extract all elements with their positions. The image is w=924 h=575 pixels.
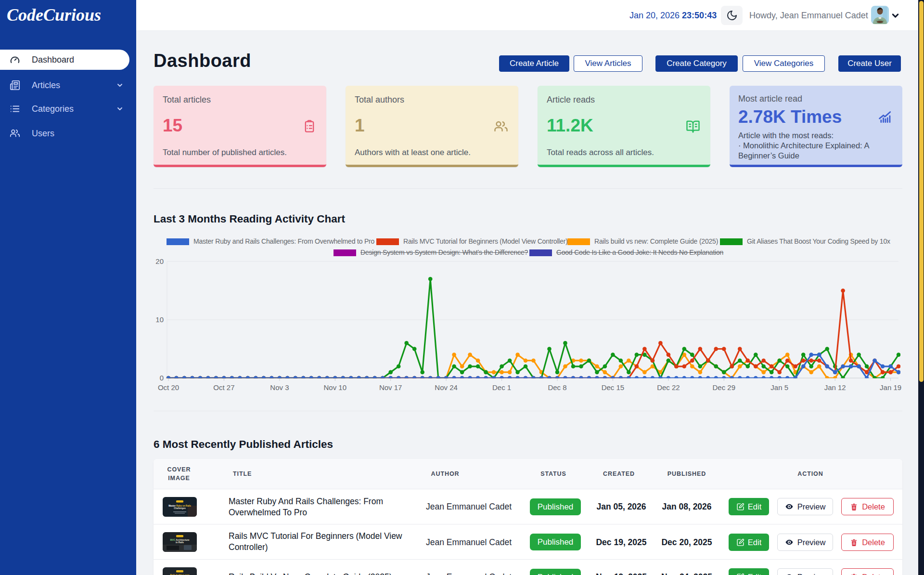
svg-text:Dec 8: Dec 8 (548, 383, 566, 392)
svg-text:Dec 1: Dec 1 (492, 383, 511, 392)
svg-text:Nov 24: Nov 24 (435, 383, 458, 392)
svg-text:Master Ruby on Rails: Master Ruby on Rails (168, 505, 191, 507)
svg-text:Nov 10: Nov 10 (324, 383, 347, 392)
svg-text:Dec 15: Dec 15 (602, 383, 625, 392)
svg-text:in Rails: in Rails (176, 541, 184, 544)
svg-text:Oct 20: Oct 20 (158, 383, 179, 392)
svg-text:Jan 19: Jan 19 (880, 383, 901, 392)
svg-text:MVC Architecture: MVC Architecture (170, 539, 189, 541)
svg-text:Nov 17: Nov 17 (379, 383, 402, 392)
svg-text:Nov 3: Nov 3 (270, 383, 289, 392)
svg-text:Jan 5: Jan 5 (770, 383, 788, 392)
svg-text:Challenges: Challenges (174, 507, 186, 510)
svg-text:Dec 22: Dec 22 (657, 383, 680, 392)
svg-text:Jan 12: Jan 12 (824, 383, 846, 392)
svg-text:0: 0 (160, 374, 164, 382)
svg-text:20: 20 (155, 257, 164, 265)
svg-text:Oct 27: Oct 27 (213, 383, 234, 392)
svg-text:10: 10 (155, 315, 164, 324)
svg-text:Dec 29: Dec 29 (713, 383, 736, 392)
